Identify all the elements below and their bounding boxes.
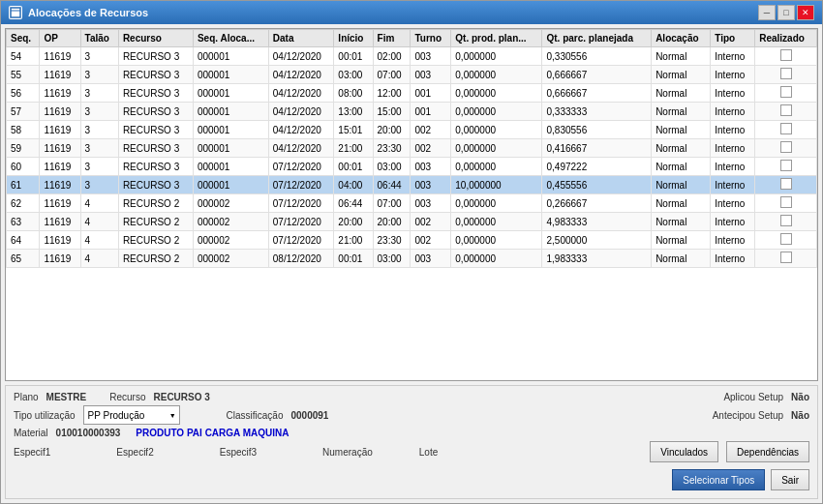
- col-qt-prod: Qt. prod. plan...: [451, 30, 542, 47]
- info-row-4: Especif1 Especif2 Especif3 Numeração Lot…: [14, 441, 809, 462]
- table-row[interactable]: 61116193RECURSO 300000107/12/202004:0006…: [7, 176, 817, 194]
- table-row[interactable]: 64116194RECURSO 200000207/12/202021:0023…: [7, 231, 817, 250]
- realizado-checkbox[interactable]: [780, 86, 792, 98]
- realizado-checkbox[interactable]: [780, 123, 792, 134]
- realizado-checkbox[interactable]: [780, 104, 792, 116]
- info-row-2: Tipo utilização PP Produção Classificaçã…: [14, 405, 809, 425]
- maximize-button[interactable]: □: [777, 5, 795, 20]
- col-fim: Fim: [373, 30, 411, 47]
- plano-value: MESTRE: [46, 392, 87, 402]
- table-row[interactable]: 60116193RECURSO 300000107/12/202000:0103…: [7, 158, 817, 176]
- antecipou-setup-label: Antecipou Setup: [713, 410, 783, 421]
- recurso-label: Recurso: [109, 392, 145, 402]
- classificacao-value: 0000091: [290, 410, 328, 421]
- col-inicio: Início: [334, 30, 373, 47]
- bottom-panel: Plano MESTRE Recurso RECURSO 3 Aplicou S…: [5, 385, 818, 499]
- table-scroll-area[interactable]: Seq. OP Talão Recurso Seq. Aloca... Data…: [6, 29, 817, 380]
- info-row-1: Plano MESTRE Recurso RECURSO 3 Aplicou S…: [14, 392, 809, 402]
- numeracao-label: Numeração: [322, 447, 373, 458]
- material-label: Material: [14, 428, 48, 438]
- table-row[interactable]: 63116194RECURSO 200000207/12/202020:0020…: [7, 213, 817, 231]
- table-row[interactable]: 59116193RECURSO 300000104/12/202021:0023…: [7, 139, 817, 158]
- especif2-label: Especif2: [116, 447, 153, 458]
- col-seq: Seq.: [7, 30, 40, 47]
- col-seq-aloca: Seq. Aloca...: [193, 30, 268, 47]
- aplicou-setup-value: Não: [791, 392, 809, 402]
- realizado-checkbox[interactable]: [780, 68, 792, 79]
- bottom-actions: Selecionar Tipos Sair: [14, 465, 809, 492]
- realizado-checkbox[interactable]: [780, 215, 792, 226]
- info-row-3: Material 010010000393 PRODUTO PAI CARGA …: [14, 428, 809, 438]
- plano-label: Plano: [14, 392, 39, 402]
- col-data: Data: [268, 30, 334, 47]
- dependencias-button[interactable]: Dependências: [726, 441, 809, 462]
- sair-button[interactable]: Sair: [771, 469, 809, 490]
- realizado-checkbox[interactable]: [780, 141, 792, 153]
- table-row[interactable]: 55116193RECURSO 300000104/12/202003:0007…: [7, 66, 817, 84]
- aplicou-setup-label: Aplicou Setup: [723, 392, 783, 402]
- realizado-checkbox[interactable]: [780, 178, 792, 190]
- table-row[interactable]: 65116194RECURSO 200000208/12/202000:0103…: [7, 250, 817, 268]
- table-row[interactable]: 57116193RECURSO 300000104/12/202013:0015…: [7, 103, 817, 121]
- tipo-utilizacao-select[interactable]: PP Produção: [83, 405, 180, 425]
- antecipou-setup-value: Não: [791, 410, 809, 421]
- content-area: Seq. OP Talão Recurso Seq. Aloca... Data…: [1, 24, 822, 503]
- tipo-utilizacao-wrapper: PP Produção: [83, 405, 180, 425]
- col-alocacao: Alocação: [652, 30, 711, 47]
- table-row[interactable]: 58116193RECURSO 300000104/12/202015:0120…: [7, 121, 817, 139]
- col-turno: Turno: [411, 30, 451, 47]
- table-header-row: Seq. OP Talão Recurso Seq. Aloca... Data…: [7, 30, 817, 47]
- table-row[interactable]: 56116193RECURSO 300000104/12/202008:0012…: [7, 84, 817, 103]
- main-window: Alocações de Recursos ─ □ ✕ Seq. OP Talã…: [0, 0, 823, 504]
- especif1-label: Especif1: [14, 447, 50, 458]
- title-bar: Alocações de Recursos ─ □ ✕: [1, 1, 822, 24]
- recurso-value: RECURSO 3: [154, 392, 210, 402]
- svg-rect-0: [11, 8, 20, 17]
- window-icon: [9, 6, 22, 19]
- realizado-checkbox[interactable]: [780, 160, 792, 171]
- col-talao: Talão: [80, 30, 118, 47]
- window-title: Alocações de Recursos: [28, 7, 148, 18]
- lote-label: Lote: [419, 447, 438, 458]
- allocations-table: Seq. OP Talão Recurso Seq. Aloca... Data…: [6, 29, 817, 268]
- material-value: 010010000393: [56, 428, 121, 438]
- realizado-checkbox[interactable]: [780, 233, 792, 245]
- material-desc: PRODUTO PAI CARGA MAQUINA: [136, 428, 289, 438]
- col-recurso: Recurso: [118, 30, 193, 47]
- realizado-checkbox[interactable]: [780, 252, 792, 263]
- table-body: 54116193RECURSO 300000104/12/202000:0102…: [7, 47, 817, 268]
- especif3-label: Especif3: [220, 447, 257, 458]
- col-tipo: Tipo: [711, 30, 755, 47]
- tipo-utilizacao-label: Tipo utilização: [14, 410, 76, 421]
- vinculados-button[interactable]: Vinculados: [650, 441, 718, 462]
- selecionar-tipos-button[interactable]: Selecionar Tipos: [672, 469, 765, 490]
- col-op: OP: [40, 30, 80, 47]
- col-realizado: Realizado: [755, 30, 817, 47]
- realizado-checkbox[interactable]: [780, 196, 792, 208]
- col-qt-parc: Qt. parc. planejada: [542, 30, 652, 47]
- resource-allocations-table: Seq. OP Talão Recurso Seq. Aloca... Data…: [5, 28, 818, 381]
- minimize-button[interactable]: ─: [758, 5, 776, 20]
- table-row[interactable]: 62116194RECURSO 200000207/12/202006:4407…: [7, 194, 817, 213]
- table-row[interactable]: 54116193RECURSO 300000104/12/202000:0102…: [7, 47, 817, 66]
- close-button[interactable]: ✕: [797, 5, 814, 20]
- classificacao-label: Classificação: [227, 410, 284, 421]
- realizado-checkbox[interactable]: [780, 49, 792, 61]
